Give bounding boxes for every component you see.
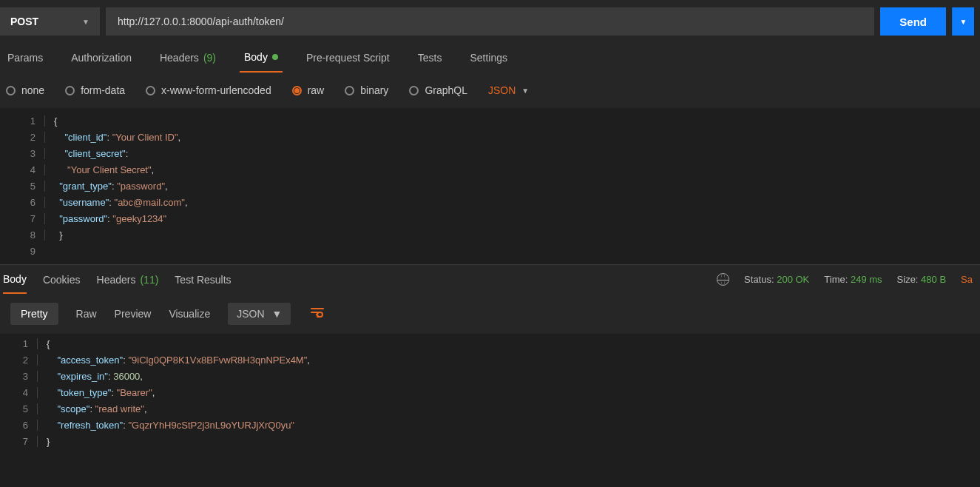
wrap-lines-icon[interactable] <box>310 306 325 322</box>
chevron-down-icon: ▼ <box>960 18 967 26</box>
body-type-xwww[interactable]: x-www-form-urlencoded <box>146 84 271 96</box>
url-input[interactable] <box>106 7 874 36</box>
tab-headers[interactable]: Headers (9) <box>155 43 220 73</box>
http-method-select[interactable]: POST ▼ <box>0 7 100 36</box>
body-type-form-data[interactable]: form-data <box>65 84 125 96</box>
radio-icon <box>409 86 419 95</box>
chevron-down-icon: ▼ <box>272 308 283 320</box>
send-button[interactable]: Send <box>880 7 946 36</box>
modified-dot-icon <box>272 54 278 60</box>
body-type-none[interactable]: none <box>6 84 44 96</box>
tab-pre-request[interactable]: Pre-request Script <box>302 43 394 73</box>
body-type-binary[interactable]: binary <box>345 84 388 96</box>
radio-icon <box>292 86 302 95</box>
request-tabs: Params Authorization Headers (9) Body Pr… <box>0 43 980 73</box>
view-preview[interactable]: Preview <box>115 308 152 320</box>
size-label: Size: 480 B <box>897 274 947 285</box>
send-split-button[interactable]: ▼ <box>952 7 974 36</box>
request-body-editor[interactable]: 1{ 2 "client_id": "Your Client ID", 3 "c… <box>0 112 980 264</box>
http-method-value: POST <box>10 16 38 27</box>
tab-params[interactable]: Params <box>3 43 47 73</box>
body-type-graphql[interactable]: GraphQL <box>409 84 467 96</box>
radio-icon <box>146 86 155 95</box>
body-type-raw[interactable]: raw <box>292 84 325 96</box>
chevron-down-icon: ▼ <box>521 87 529 95</box>
tab-body[interactable]: Body <box>240 43 283 73</box>
response-body-viewer[interactable]: 1{ 2 "access_token": "9iClg0QP8K1Vx8BFvw… <box>0 335 980 449</box>
body-type-row: none form-data x-www-form-urlencoded raw… <box>0 73 980 108</box>
response-tab-headers[interactable]: Headers (11) <box>97 265 159 294</box>
globe-icon[interactable] <box>717 273 729 286</box>
chevron-down-icon: ▼ <box>82 18 89 26</box>
content-type-select[interactable]: JSON▼ <box>488 84 529 96</box>
tab-settings[interactable]: Settings <box>465 43 512 73</box>
radio-icon <box>345 86 354 95</box>
view-pretty[interactable]: Pretty <box>10 303 58 325</box>
time-label: Time: 249 ms <box>824 274 882 285</box>
radio-icon <box>65 86 75 95</box>
radio-icon <box>6 86 16 95</box>
save-response-link[interactable]: Sa <box>961 274 973 285</box>
view-visualize[interactable]: Visualize <box>169 308 210 320</box>
view-raw[interactable]: Raw <box>76 308 97 320</box>
tab-tests[interactable]: Tests <box>413 43 447 73</box>
response-tab-cookies[interactable]: Cookies <box>43 265 81 294</box>
status-label: Status: 200 OK <box>744 274 809 285</box>
tab-authorization[interactable]: Authorization <box>67 43 136 73</box>
response-tab-test-results[interactable]: Test Results <box>175 265 231 294</box>
response-format-select[interactable]: JSON▼ <box>228 303 291 325</box>
response-tab-body[interactable]: Body <box>3 265 27 294</box>
